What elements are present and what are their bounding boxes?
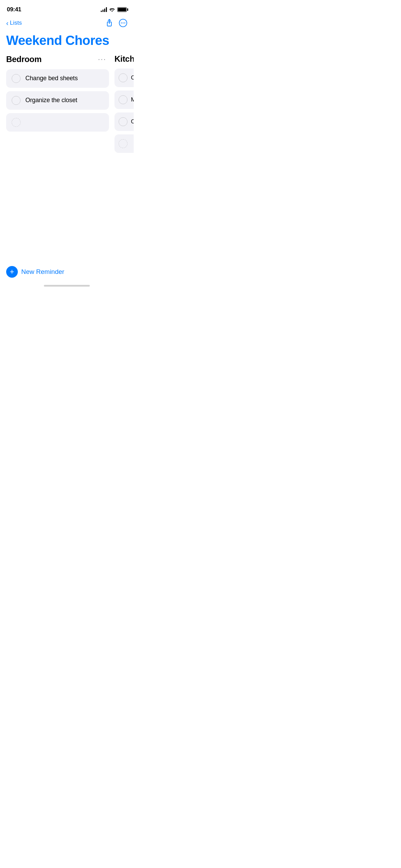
chevron-left-icon: ‹ bbox=[6, 20, 9, 26]
kitchen-task-item[interactable]: Cle bbox=[114, 69, 134, 87]
home-indicator bbox=[44, 285, 90, 287]
task-label: Organize the closet bbox=[25, 97, 77, 104]
share-button[interactable] bbox=[105, 19, 114, 27]
new-reminder-button[interactable]: + New Reminder bbox=[6, 266, 127, 278]
svg-point-4 bbox=[124, 23, 125, 24]
status-icons bbox=[101, 7, 127, 13]
task-label: Cle bbox=[131, 74, 134, 81]
svg-point-3 bbox=[123, 23, 124, 24]
task-checkbox[interactable] bbox=[119, 95, 127, 104]
status-bar: 09:41 bbox=[0, 0, 134, 17]
kitchen-column-title: Kitche bbox=[114, 54, 134, 64]
task-checkbox[interactable] bbox=[12, 74, 21, 83]
task-checkbox[interactable] bbox=[119, 73, 127, 82]
task-item[interactable]: Change bed sheets bbox=[6, 69, 109, 88]
kitchen-new-task-item[interactable] bbox=[114, 134, 134, 153]
more-button[interactable] bbox=[119, 19, 127, 27]
signal-icon bbox=[101, 7, 107, 12]
plus-icon: + bbox=[6, 266, 18, 278]
task-checkbox[interactable] bbox=[119, 117, 127, 126]
page-title-area: Weekend Chores bbox=[0, 31, 134, 54]
nav-bar: ‹ Lists bbox=[0, 17, 134, 31]
task-label: Org bbox=[131, 118, 134, 125]
task-item[interactable]: Organize the closet bbox=[6, 91, 109, 110]
bedroom-column-title: Bedroom bbox=[6, 55, 41, 64]
task-placeholder-circle bbox=[119, 139, 127, 148]
battery-icon bbox=[117, 7, 127, 12]
kitchen-column-header: Kitche bbox=[114, 54, 134, 64]
new-task-item[interactable] bbox=[6, 113, 109, 132]
bedroom-column: Bedroom ··· Change bed sheets Organize t… bbox=[6, 54, 109, 156]
page-title: Weekend Chores bbox=[6, 34, 127, 48]
status-time: 09:41 bbox=[7, 6, 21, 13]
bedroom-more-button[interactable]: ··· bbox=[95, 54, 109, 64]
back-label: Lists bbox=[10, 20, 22, 26]
nav-actions bbox=[105, 19, 127, 27]
back-button[interactable]: ‹ Lists bbox=[6, 20, 22, 26]
bedroom-column-header: Bedroom ··· bbox=[6, 54, 109, 64]
task-checkbox[interactable] bbox=[12, 96, 21, 105]
wifi-icon bbox=[109, 7, 115, 13]
kitchen-task-item[interactable]: Org bbox=[114, 112, 134, 131]
kitchen-task-item[interactable]: Mo bbox=[114, 91, 134, 109]
content-area: Bedroom ··· Change bed sheets Organize t… bbox=[0, 54, 134, 156]
task-label: Mo bbox=[131, 96, 134, 103]
svg-point-2 bbox=[121, 23, 122, 24]
task-label: Change bed sheets bbox=[25, 75, 78, 82]
new-reminder-label: New Reminder bbox=[21, 268, 64, 276]
kitchen-column-partial: Kitche Cle Mo Org bbox=[114, 54, 134, 156]
task-placeholder-circle bbox=[12, 118, 21, 127]
